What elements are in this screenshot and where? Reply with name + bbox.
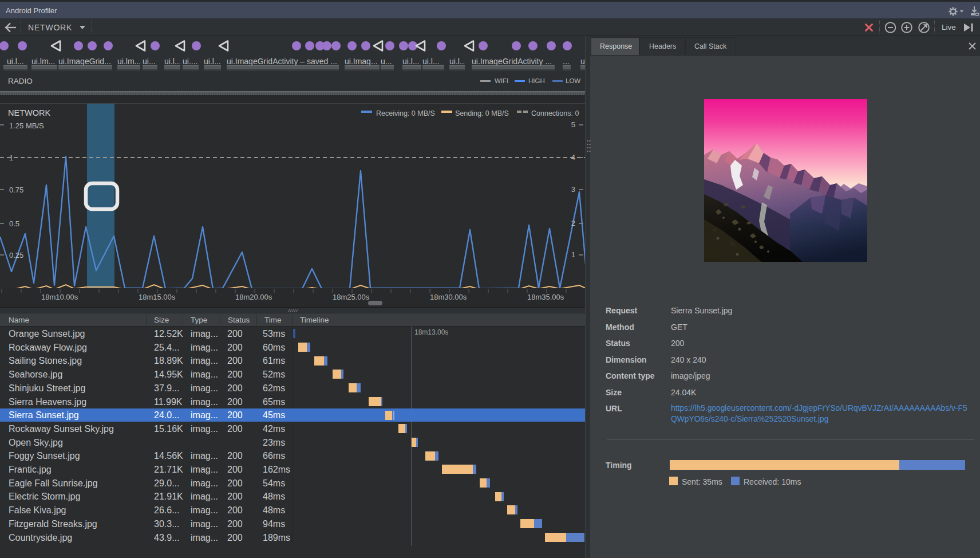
svg-text:5: 5 — [571, 120, 575, 129]
svg-text:4: 4 — [571, 153, 575, 162]
svg-text:1: 1 — [571, 250, 575, 259]
svg-text:Receiving: 0 MB/S: Receiving: 0 MB/S — [376, 109, 435, 117]
svg-text:3: 3 — [571, 185, 575, 194]
svg-text:Connections: 0: Connections: 0 — [531, 109, 579, 117]
svg-text:2: 2 — [571, 219, 575, 227]
svg-text:Sending: 0 MB/S: Sending: 0 MB/S — [455, 109, 509, 117]
